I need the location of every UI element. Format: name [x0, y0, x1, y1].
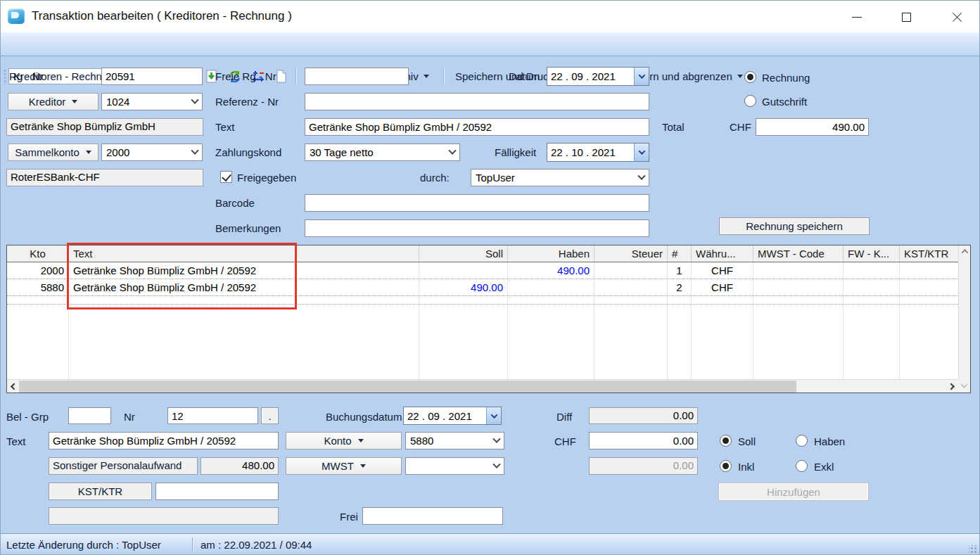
zahlungskond-combobox[interactable]: 30 Tage netto — [305, 143, 460, 161]
maximize-icon — [902, 13, 911, 22]
inkl-radio[interactable] — [720, 460, 732, 472]
column-header-soll[interactable]: Soll — [419, 245, 508, 262]
mwst-combobox[interactable] — [405, 457, 504, 475]
buchungsdatum-label: Buchungsdatum — [326, 411, 402, 423]
datum-dropdown-button[interactable] — [634, 68, 649, 85]
mwst-split-button[interactable]: MWST — [286, 457, 402, 475]
cell-kst-ktr — [900, 262, 958, 279]
column-header-mwst-code[interactable]: MWST - Code — [753, 245, 844, 262]
app-icon — [8, 8, 25, 24]
bank-account-field: RoterESBank-CHF — [6, 169, 203, 186]
cell-haben: 490.00 — [508, 262, 594, 279]
chevron-down-icon — [961, 381, 968, 388]
title-bar: Transaktion bearbeiten ( Kreditoren - Re… — [1, 1, 979, 32]
readonly-empty-field — [49, 507, 279, 525]
horizontal-scrollbar-thumb[interactable] — [19, 381, 796, 393]
bemerkungen-input[interactable] — [305, 219, 649, 237]
column-header-waehrung[interactable]: Währu... — [692, 245, 753, 262]
chevron-down-icon — [360, 464, 366, 468]
hinzufuegen-button[interactable]: Hinzufügen — [718, 483, 869, 501]
maximize-button[interactable] — [894, 6, 918, 27]
bel-grp-input[interactable] — [68, 407, 111, 424]
cell-kst-ktr — [900, 279, 958, 295]
text-input[interactable] — [305, 118, 649, 136]
haben-radio[interactable] — [796, 435, 808, 447]
column-header-kst-ktr[interactable]: KST/KTR — [900, 245, 958, 262]
chevron-down-icon — [86, 151, 91, 154]
faelligkeit-datepicker[interactable]: 22 . 10 . 2021 — [547, 143, 649, 162]
total-currency-label: CHF — [730, 121, 751, 133]
konto-combobox[interactable]: 5880 — [405, 432, 504, 449]
konto-split-button[interactable]: Konto — [286, 432, 402, 449]
frei-input[interactable] — [362, 507, 503, 525]
zahlungskond-value: 30 Tage netto — [310, 146, 374, 158]
column-header-fw-k[interactable]: FW - K... — [844, 245, 900, 262]
frei-label: Frei — [340, 511, 358, 523]
highlight-annotation — [67, 243, 297, 310]
freigegeben-checkbox[interactable] — [220, 171, 232, 183]
buchungsdatum-datepicker[interactable]: 22 . 09 . 2021 — [403, 407, 502, 425]
buchungsdatum-dropdown-button[interactable] — [486, 407, 501, 424]
soll-radio[interactable] — [720, 435, 732, 447]
rg-nr-input[interactable] — [101, 68, 203, 85]
sammelkonto-number-combobox[interactable]: 2000 — [101, 143, 203, 161]
transaction-edit-window: Transaktion bearbeiten ( Kreditoren - Re… — [0, 0, 980, 555]
vertical-scrollbar[interactable] — [958, 245, 970, 379]
kst-ktr-input[interactable] — [155, 483, 279, 500]
freie-rg-nr-label: Freie Rg - Nr — [215, 70, 276, 82]
soll-radio-label: Soll — [738, 435, 756, 447]
chevron-down-icon — [637, 172, 645, 179]
chevron-down-icon — [492, 435, 500, 442]
freigegeben-label: Freigegeben — [237, 172, 296, 184]
cell-mwst-code — [753, 279, 844, 295]
durch-combobox[interactable]: TopUser — [471, 169, 649, 186]
diff-label: Diff — [556, 411, 572, 423]
cell-fw-k — [844, 279, 900, 295]
chevron-down-icon — [490, 412, 497, 419]
scroll-down-button[interactable] — [958, 379, 970, 393]
gutschrift-radio[interactable] — [744, 95, 756, 107]
horizontal-scrollbar[interactable] — [7, 379, 958, 393]
chevron-down-icon — [638, 148, 645, 155]
entry-text-input[interactable] — [49, 432, 279, 449]
close-button[interactable] — [945, 6, 969, 27]
rg-nr-label: Rg - Nr — [9, 70, 43, 82]
scroll-up-button[interactable] — [959, 245, 971, 257]
table-filler-area — [7, 305, 958, 379]
scroll-left-button[interactable] — [7, 380, 19, 393]
datum-datepicker[interactable]: 22 . 09 . 2021 — [547, 67, 649, 86]
chevron-down-icon — [191, 146, 198, 154]
sammelkonto-split-button[interactable]: Sammelkonto — [8, 143, 98, 161]
toolbar-separator — [295, 68, 296, 85]
chevron-down-icon — [448, 146, 456, 154]
total-amount-input[interactable] — [756, 118, 869, 136]
entry-amount-input[interactable] — [589, 432, 698, 449]
chevron-down-icon — [492, 460, 500, 468]
rechnung-speichern-button[interactable]: Rechnung speichern — [719, 217, 870, 235]
resize-grip[interactable] — [969, 545, 977, 554]
barcode-input[interactable] — [305, 194, 649, 212]
kreditor-number-combobox[interactable]: 1024 — [101, 93, 203, 110]
kst-ktr-button[interactable]: KST/KTR — [49, 483, 152, 500]
column-header-haben[interactable]: Haben — [508, 245, 594, 262]
cell-waehrung: CHF — [692, 279, 753, 295]
rechnung-radio[interactable] — [744, 71, 756, 83]
dot-button[interactable]: . — [261, 407, 279, 424]
toolbar-grip-handle[interactable] — [4, 69, 6, 84]
close-icon — [952, 12, 962, 23]
sammelkonto-number-value: 2000 — [106, 146, 129, 158]
column-header-kto[interactable]: Kto — [7, 245, 69, 262]
faelligkeit-dropdown-button[interactable] — [634, 143, 649, 161]
nr-input[interactable] — [167, 407, 258, 424]
datum-label: Datum — [509, 70, 540, 82]
nr-label: Nr — [124, 411, 135, 423]
exkl-radio[interactable] — [796, 460, 808, 472]
freie-rg-nr-input[interactable] — [305, 68, 409, 85]
referenz-nr-input[interactable] — [305, 93, 649, 110]
minimize-button[interactable] — [845, 6, 869, 27]
column-header-steuer[interactable]: Steuer — [594, 245, 668, 262]
kreditor-split-button[interactable]: Kreditor — [8, 93, 98, 110]
column-header-nr[interactable]: # — [668, 245, 692, 262]
tax-amount-field: 0.00 — [589, 457, 698, 475]
scroll-right-button[interactable] — [946, 380, 958, 393]
